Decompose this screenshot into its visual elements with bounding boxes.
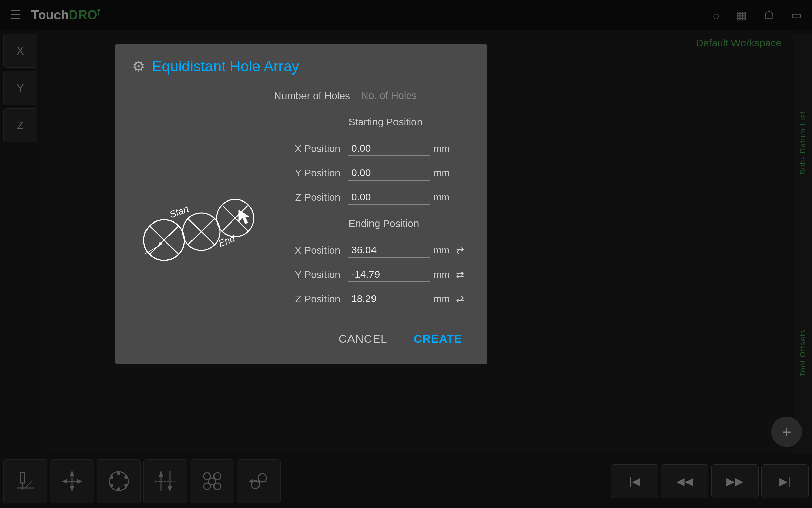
number-of-holes-row: Number of Holes [274, 88, 470, 103]
dialog-footer: CANCEL CREATE [274, 320, 470, 351]
dialog-title: Equidistant Hole Array [152, 58, 299, 75]
equidistant-hole-array-dialog: ⚙ Equidistant Hole Array [115, 44, 487, 364]
ending-z-input[interactable] [348, 292, 430, 306]
ending-z-unit: mm [434, 294, 451, 304]
create-button[interactable]: CREATE [406, 327, 470, 351]
number-of-holes-input[interactable] [358, 88, 439, 103]
ending-z-row: Z Position mm ⇄ [274, 292, 470, 306]
starting-z-input[interactable] [348, 190, 430, 205]
ending-y-unit: mm [434, 269, 451, 280]
starting-y-input[interactable] [348, 166, 430, 181]
svg-marker-12 [239, 210, 249, 224]
ending-z-swap-icon[interactable]: ⇄ [456, 294, 464, 305]
starting-x-input[interactable] [348, 141, 430, 156]
hole-array-diagram: Start End [139, 169, 254, 271]
dialog-illustration: Start End [132, 88, 261, 351]
dialog-header: ⚙ Equidistant Hole Array [132, 58, 470, 75]
cancel-button[interactable]: CANCEL [331, 327, 396, 351]
starting-x-row: X Position mm [274, 141, 470, 156]
ending-x-label: X Position [274, 245, 348, 256]
ending-x-swap-icon[interactable]: ⇄ [456, 245, 464, 256]
starting-y-label: Y Position [274, 167, 348, 179]
ending-x-row: X Position mm ⇄ [274, 243, 470, 258]
starting-y-row: Y Position mm [274, 166, 470, 181]
svg-text:Start: Start [168, 203, 190, 220]
ending-y-swap-icon[interactable]: ⇄ [456, 269, 464, 280]
starting-x-unit: mm [434, 143, 451, 154]
ending-x-input[interactable] [348, 243, 430, 258]
starting-z-unit: mm [434, 192, 451, 203]
dialog-body: Start End Number of Holes Starting Posit… [132, 88, 470, 351]
ending-position-section: Ending Position [274, 214, 470, 236]
ending-y-input[interactable] [348, 267, 430, 282]
ending-position-label: Ending Position [348, 214, 419, 229]
starting-z-row: Z Position mm [274, 190, 470, 205]
starting-position-label: Starting Position [348, 113, 422, 128]
gear-icon: ⚙ [132, 58, 145, 75]
dialog-form: Number of Holes Starting Position X Posi… [274, 88, 470, 351]
ending-z-label: Z Position [274, 293, 348, 305]
ending-y-label: Y Position [274, 269, 348, 280]
ending-y-row: Y Position mm ⇄ [274, 267, 470, 282]
starting-position-section: Starting Position [274, 113, 470, 134]
starting-z-label: Z Position [274, 192, 348, 203]
starting-x-label: X Position [274, 143, 348, 154]
number-of-holes-label: Number of Holes [274, 90, 358, 102]
ending-x-unit: mm [434, 245, 451, 256]
starting-y-unit: mm [434, 168, 451, 178]
